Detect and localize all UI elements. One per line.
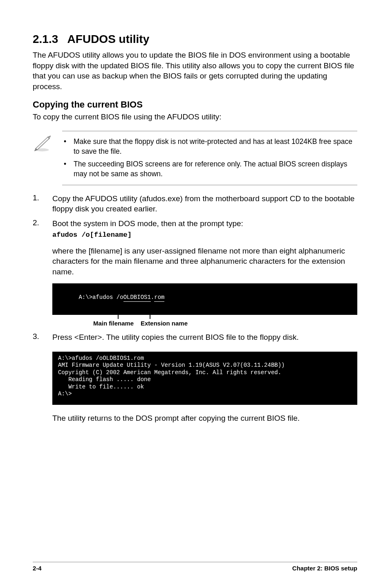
section-number: 2.1.3 <box>33 33 58 45</box>
step-number: 3. <box>33 332 43 343</box>
page-footer: 2-4 Chapter 2: BIOS setup <box>33 562 357 572</box>
subheading-intro: To copy the current BIOS file using the … <box>33 112 357 122</box>
terminal-main-filename: OLDBIOS1 <box>123 294 151 302</box>
step-item: 1. Copy the AFUDOS utility (afudos.exe) … <box>33 193 357 214</box>
note-text: Make sure that the floppy disk is not wr… <box>74 137 355 156</box>
terminal-output: A:\>afudos /oOLDBIOS1.rom AMI Firmware U… <box>52 352 357 405</box>
step-item: 3. Press <Enter>. The utility copies the… <box>33 332 357 343</box>
annotation-main-filename: Main filename <box>93 320 134 327</box>
terminal-output: A:\>afudos /oOLDBIOS1.rom <box>52 283 357 315</box>
page-number: 2-4 <box>33 565 42 572</box>
bullet-icon: • <box>62 137 68 156</box>
intro-paragraph: The AFUDOS utility allows you to update … <box>33 50 357 92</box>
note-item: • Make sure that the floppy disk is not … <box>62 135 355 158</box>
chapter-label: Chapter 2: BIOS setup <box>292 565 357 572</box>
step-text: Copy the AFUDOS utility (afudos.exe) fro… <box>52 193 357 214</box>
section-title: AFUDOS utility <box>67 33 150 45</box>
note-box: • Make sure that the floppy disk is not … <box>62 131 357 185</box>
closing-paragraph: The utility returns to the DOS prompt af… <box>52 413 357 424</box>
step-number: 2. <box>33 218 43 240</box>
terminal-line: Reading flash ..... done <box>58 376 352 384</box>
section-heading: 2.1.3 AFUDOS utility <box>33 33 357 46</box>
terminal-annotation: Main filename Extension name <box>52 315 357 330</box>
step-item: 2. Boot the system in DOS mode, then at … <box>33 218 357 240</box>
terminal-ext: rom <box>154 294 164 302</box>
note-item: • The succeeding BIOS screens are for re… <box>62 158 355 180</box>
terminal-line: Write to file...... ok <box>58 384 352 391</box>
terminal-line: A:\>afudos /oOLDBIOS1.rom <box>58 355 352 362</box>
terminal-line: A:\> <box>58 391 352 398</box>
subheading: Copying the current BIOS <box>33 99 357 110</box>
bullet-icon: • <box>62 159 68 179</box>
terminal-line: Copyright (C) 2002 American Megatrends, … <box>58 369 352 377</box>
step-number: 1. <box>33 193 43 214</box>
step-description: where the [filename] is any user-assigne… <box>52 246 357 277</box>
terminal-line: AMI Firmware Update Utility - Version 1.… <box>58 362 352 369</box>
note-icon <box>33 131 53 154</box>
terminal-prefix: A:\>afudos /o <box>78 294 123 301</box>
note-text: The succeeding BIOS screens are for refe… <box>74 159 355 179</box>
annotation-extension-name: Extension name <box>141 320 188 327</box>
step-text: Boot the system in DOS mode, then at the… <box>52 218 357 229</box>
step-text: Press <Enter>. The utility copies the cu… <box>52 332 357 343</box>
terminal-dot: . <box>151 294 154 301</box>
command-text: afudos /o[filename] <box>52 231 357 240</box>
